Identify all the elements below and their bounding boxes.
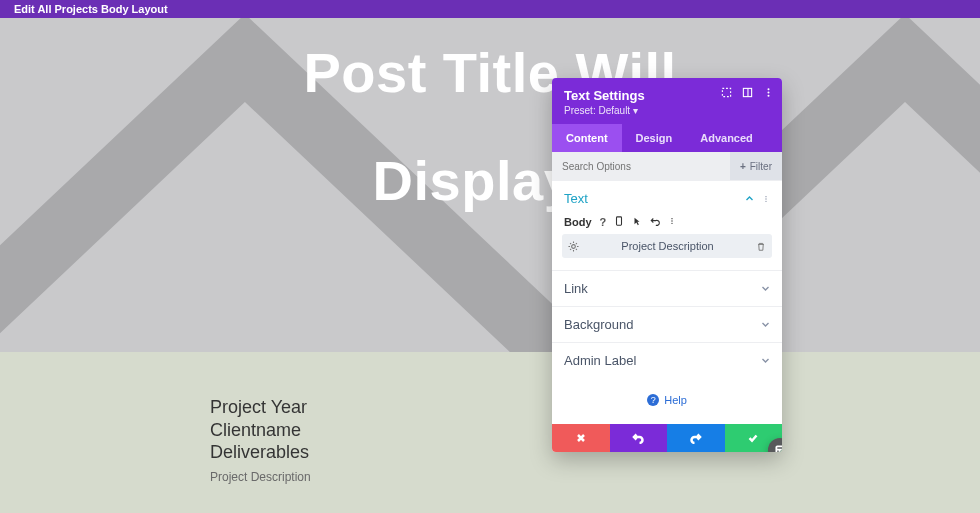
menu-dots-icon[interactable] [763,87,774,98]
panel-tabs: Content Design Advanced [552,124,782,152]
help-icon: ? [647,394,659,406]
svg-point-11 [672,218,673,219]
tab-content[interactable]: Content [552,124,622,152]
undo-icon[interactable] [650,216,660,226]
section-admin-label-header[interactable]: Admin Label [552,343,782,378]
hover-cursor-icon[interactable] [632,216,642,226]
project-meta: Project Year Clientname Deliverables Pro… [210,396,311,484]
panel-header[interactable]: Text Settings Preset: Default ▾ [552,78,782,124]
menu-dots-icon[interactable] [668,216,676,226]
svg-line-19 [570,243,571,244]
body-text-field[interactable]: Project Description [562,234,772,258]
svg-point-14 [572,244,576,248]
search-input[interactable] [552,161,730,172]
svg-rect-10 [617,217,622,225]
gear-icon[interactable] [568,241,579,252]
body-label: Body [564,216,592,228]
tab-advanced[interactable]: Advanced [686,124,767,152]
section-label: Text [564,191,588,206]
svg-line-22 [576,243,577,244]
section-text-header[interactable]: Text [552,181,782,216]
section-label: Link [564,281,588,296]
help-link[interactable]: ? Help [552,378,782,424]
section-label: Background [564,317,633,332]
svg-point-9 [765,200,766,201]
svg-point-5 [767,91,769,93]
top-bar: Edit All Projects Body Layout [0,0,980,18]
text-settings-panel: Text Settings Preset: Default ▾ Content … [552,78,782,452]
panel-preset[interactable]: Preset: Default ▾ [564,105,770,116]
undo-button[interactable] [610,424,668,452]
filter-button[interactable]: +Filter [730,152,782,180]
svg-line-20 [576,248,577,249]
cancel-button[interactable] [552,424,610,452]
meta-line: Project Year [210,396,311,419]
field-value: Project Description [579,240,756,252]
meta-line: Deliverables [210,441,311,464]
dock-icon[interactable] [742,87,753,98]
svg-point-7 [765,196,766,197]
chevron-up-icon [745,194,754,203]
chevron-down-icon [761,320,770,329]
svg-line-21 [570,248,571,249]
hero-title-line1: Post Title Will [0,40,980,105]
svg-rect-1 [722,88,730,96]
menu-dots-icon[interactable] [762,194,770,204]
trash-icon[interactable] [756,241,766,252]
help-icon[interactable]: ? [600,216,607,228]
panel-footer [552,424,782,452]
tab-design[interactable]: Design [622,124,687,152]
meta-line: Clientname [210,419,311,442]
svg-point-13 [672,223,673,224]
meta-description: Project Description [210,470,311,484]
top-bar-title: Edit All Projects Body Layout [14,3,168,15]
expand-icon[interactable] [721,87,732,98]
section-link-header[interactable]: Link [552,271,782,306]
page-canvas: Post Title Will Display I [0,18,980,352]
svg-point-12 [672,220,673,221]
hero-title-line2: Display I [0,148,980,213]
svg-point-4 [767,88,769,90]
redo-button[interactable] [667,424,725,452]
svg-point-6 [767,95,769,97]
tablet-icon[interactable] [614,216,624,226]
section-background-header[interactable]: Background [552,307,782,342]
chevron-down-icon [761,356,770,365]
section-label: Admin Label [564,353,636,368]
search-row: +Filter [552,152,782,180]
svg-point-8 [765,198,766,199]
chevron-down-icon [761,284,770,293]
